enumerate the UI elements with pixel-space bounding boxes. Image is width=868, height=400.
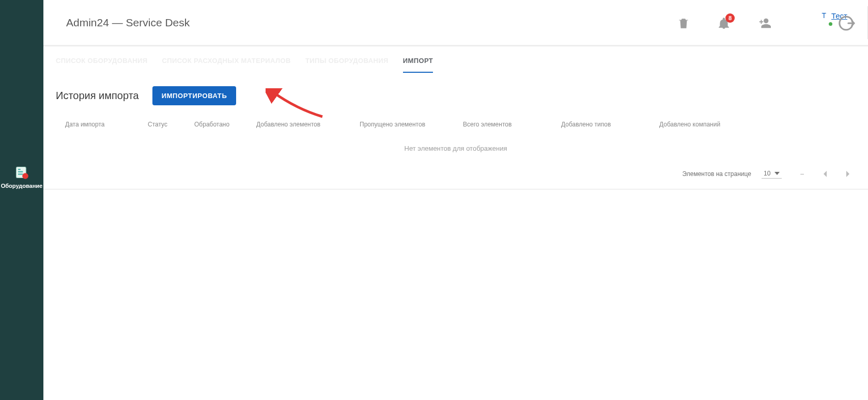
pagination-range: – — [800, 170, 804, 178]
svg-point-4 — [22, 173, 28, 179]
add-user-icon[interactable] — [757, 17, 771, 30]
pagination: Элементов на странице 10 – — [43, 161, 868, 189]
col-added-types: Добавлено типов — [561, 121, 659, 128]
page-size-value: 10 — [764, 170, 770, 177]
svg-rect-3 — [18, 173, 23, 174]
page-size-label: Элементов на странице — [683, 170, 751, 178]
notifications-badge: 8 — [725, 13, 735, 23]
col-processed: Обработано — [194, 121, 256, 128]
tab-import[interactable]: ИМПОРТ — [403, 57, 433, 73]
sidebar-item-equipment[interactable]: Оборудование — [1, 165, 42, 189]
col-skipped-items: Пропущено элементов — [360, 121, 463, 128]
user-initial: Т — [822, 11, 826, 20]
col-added-companies: Добавлено компаний — [659, 121, 846, 128]
tab-equipment-types[interactable]: ТИПЫ ОБОРУДОВАНИЯ — [305, 57, 389, 73]
main: Admin24 — Service Desk 8 Т Тест — [43, 0, 868, 400]
equipment-icon — [14, 165, 29, 180]
import-button[interactable]: ИМПОРТИРОВАТЬ — [152, 86, 237, 105]
tabs: СПИСОК ОБОРУДОВАНИЯ СПИСОК РАСХОДНЫХ МАТ… — [56, 46, 856, 73]
content: СПИСОК ОБОРУДОВАНИЯ СПИСОК РАСХОДНЫХ МАТ… — [43, 46, 868, 189]
sidebar-item-label: Оборудование — [1, 183, 42, 189]
status-online-dot — [829, 22, 832, 26]
pagination-next[interactable] — [846, 170, 851, 178]
table-header: Дата импорта Статус Обработано Добавлено… — [56, 109, 856, 135]
col-added-items: Добавлено элементов — [256, 121, 360, 128]
bell-icon[interactable]: 8 — [717, 17, 731, 30]
table-empty-message: Нет элементов для отображения — [56, 135, 856, 158]
chevron-down-icon — [774, 172, 780, 175]
col-import-date: Дата импорта — [65, 121, 148, 128]
header-actions: 8 — [677, 0, 771, 46]
svg-rect-2 — [18, 171, 23, 172]
section-title: История импорта — [56, 90, 139, 102]
header: Admin24 — Service Desk 8 Т Тест — [43, 0, 868, 46]
tab-equipment-list[interactable]: СПИСОК ОБОРУДОВАНИЯ — [56, 57, 147, 73]
title-row: История импорта ИМПОРТИРОВАТЬ — [56, 86, 856, 105]
trash-icon[interactable] — [677, 17, 690, 30]
tab-consumables-list[interactable]: СПИСОК РАСХОДНЫХ МАТЕРИАЛОВ — [162, 57, 290, 73]
svg-rect-1 — [18, 169, 21, 170]
page-size: Элементов на странице 10 — [683, 169, 782, 179]
col-total-items: Всего элементов — [463, 121, 561, 128]
app-title: Admin24 — Service Desk — [66, 17, 190, 29]
sidebar: Оборудование — [0, 0, 43, 400]
page-size-select[interactable]: 10 — [762, 169, 782, 179]
col-status: Статус — [148, 121, 194, 128]
pagination-prev[interactable] — [823, 170, 828, 178]
logout-icon[interactable] — [838, 14, 856, 32]
